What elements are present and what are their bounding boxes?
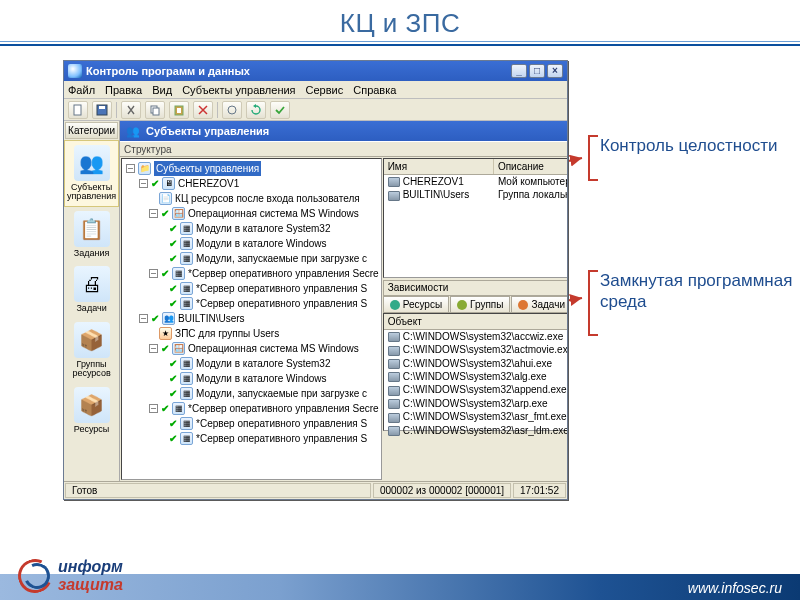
category-resource-groups[interactable]: 📦 Группы ресурсов <box>64 318 119 383</box>
server-icon: ▦ <box>172 267 185 280</box>
list-row[interactable]: CHEREZOV1Мой компьютер <box>384 175 567 188</box>
tree-item[interactable]: *Сервер оперативного управления Secre <box>188 401 379 416</box>
file-row[interactable]: C:\WINDOWS\system32\alg.exe <box>384 370 567 383</box>
expander[interactable]: – <box>139 179 148 188</box>
col-object[interactable]: Объект <box>384 314 567 329</box>
check-icon: ✔ <box>161 341 169 356</box>
menu-view[interactable]: Вид <box>152 84 172 96</box>
tool-save[interactable] <box>92 101 112 119</box>
tree-item[interactable]: *Сервер оперативного управления S <box>196 296 367 311</box>
expander[interactable]: – <box>149 404 158 413</box>
menu-file[interactable]: Файл <box>68 84 95 96</box>
tab-tasks[interactable]: Задачи <box>511 296 567 312</box>
module-icon: ▦ <box>180 237 193 250</box>
max-button[interactable]: □ <box>529 64 545 78</box>
min-button[interactable]: _ <box>511 64 527 78</box>
tool-new[interactable] <box>68 101 88 119</box>
tree-item[interactable]: ЗПС для группы Users <box>175 326 279 341</box>
status-counter: 000002 из 000002 [000001] <box>373 483 511 498</box>
exe-icon <box>388 332 400 342</box>
tree-item[interactable]: Модули, запускаемые при загрузке с <box>196 386 367 401</box>
computer-icon <box>388 177 400 187</box>
expander[interactable]: – <box>126 164 135 173</box>
menu-subjects[interactable]: Субъекты управления <box>182 84 295 96</box>
file-row[interactable]: C:\WINDOWS\system32\arp.exe <box>384 397 567 410</box>
tree-item[interactable]: CHEREZOV1 <box>178 176 239 191</box>
check-icon: ✔ <box>169 356 177 371</box>
tree-item[interactable]: *Сервер оперативного управления S <box>196 281 367 296</box>
tree-root[interactable]: Субъекты управления <box>154 161 261 176</box>
tool-cut[interactable] <box>121 101 141 119</box>
file-row[interactable]: C:\WINDOWS\system32\accwiz.exe <box>384 330 567 343</box>
category-jobs[interactable]: 🖨 Задачи <box>64 262 119 317</box>
tree-item[interactable]: *Сервер оперативного управления S <box>196 431 367 446</box>
company-logo: информзащита <box>18 558 123 594</box>
toolbar <box>64 99 567 121</box>
file-row[interactable]: C:\WINDOWS\system32\ahui.exe <box>384 357 567 370</box>
check-icon: ✔ <box>151 176 159 191</box>
tree-view[interactable]: –📁Субъекты управления –✔🖥CHEREZOV1 📄КЦ р… <box>121 158 382 480</box>
tasks-icon: 📋 <box>74 211 110 247</box>
tree-item[interactable]: Модули в каталоге System32 <box>196 221 330 236</box>
tree-item[interactable]: Модули в каталоге Windows <box>196 236 327 251</box>
menu-edit[interactable]: Правка <box>105 84 142 96</box>
resource-groups-icon: 📦 <box>74 322 110 358</box>
expander[interactable]: – <box>139 314 148 323</box>
exe-icon <box>388 426 400 436</box>
expander[interactable]: – <box>149 209 158 218</box>
module-icon: ▦ <box>180 252 193 265</box>
tab-groups[interactable]: Группы <box>450 296 510 312</box>
menu-service[interactable]: Сервис <box>306 84 344 96</box>
tree-item[interactable]: Модули в каталоге Windows <box>196 371 327 386</box>
check-icon: ✔ <box>161 206 169 221</box>
file-row[interactable]: C:\WINDOWS\system32\asr_ldm.exe <box>384 424 567 437</box>
svg-rect-6 <box>153 108 159 115</box>
category-subjects[interactable]: 👥 Субъекты управления <box>64 140 119 207</box>
server-icon: ▦ <box>180 297 193 310</box>
module-icon: ▦ <box>180 372 193 385</box>
tool-delete[interactable] <box>193 101 213 119</box>
titlebar: Контроль программ и данных _ □ × <box>64 61 567 81</box>
tool-paste[interactable] <box>169 101 189 119</box>
check-icon: ✔ <box>169 236 177 251</box>
col-name[interactable]: Имя <box>384 159 494 174</box>
file-row[interactable]: C:\WINDOWS\system32\append.exe <box>384 383 567 396</box>
tool-check[interactable] <box>270 101 290 119</box>
tree-item[interactable]: BUILTIN\Users <box>178 311 245 326</box>
top-list[interactable]: Имя Описание CHEREZOV1Мой компьютер BUIL… <box>383 158 567 278</box>
tree-item[interactable]: Операционная система MS Windows <box>188 341 359 356</box>
app-icon <box>68 64 82 78</box>
svg-point-9 <box>228 106 236 114</box>
category-tasks[interactable]: 📋 Задания <box>64 207 119 262</box>
tab-resources[interactable]: Ресурсы <box>383 296 449 312</box>
file-row[interactable]: C:\WINDOWS\system32\asr_fmt.exe <box>384 410 567 423</box>
file-list[interactable]: Объект C:\WINDOWS\system32\accwiz.exe C:… <box>383 313 567 431</box>
pane-icon: 👥 <box>126 125 140 138</box>
exe-icon <box>388 346 400 356</box>
tree-item[interactable]: Операционная система MS Windows <box>188 206 359 221</box>
tree-item[interactable]: *Сервер оперативного управления S <box>196 416 367 431</box>
tool-props[interactable] <box>222 101 242 119</box>
col-desc[interactable]: Описание <box>494 159 567 174</box>
close-button[interactable]: × <box>547 64 563 78</box>
list-row[interactable]: BUILTIN\UsersГруппа локальны <box>384 188 567 201</box>
callout-closed-env: Замкнутая программная среда <box>600 271 792 311</box>
tree-item[interactable]: КЦ ресурсов после входа пользователя <box>175 191 360 206</box>
tree-item[interactable]: Модули в каталоге System32 <box>196 356 330 371</box>
file-row[interactable]: C:\WINDOWS\system32\actmovie.exe <box>384 343 567 356</box>
status-bar: Готов 000002 из 000002 [000001] 17:01:52 <box>64 481 567 499</box>
categories-header: Категории <box>65 122 118 139</box>
category-resources[interactable]: 📦 Ресурсы <box>64 383 119 438</box>
structure-label: Структура <box>124 144 171 155</box>
tool-refresh[interactable] <box>246 101 266 119</box>
tree-item[interactable]: Модули, запускаемые при загрузке с <box>196 251 367 266</box>
tree-item[interactable]: *Сервер оперативного управления Secre <box>188 266 379 281</box>
check-icon: ✔ <box>169 431 177 446</box>
check-icon: ✔ <box>169 416 177 431</box>
check-icon: ✔ <box>161 266 169 281</box>
tool-copy[interactable] <box>145 101 165 119</box>
menu-help[interactable]: Справка <box>353 84 396 96</box>
expander[interactable]: – <box>149 344 158 353</box>
category-label: Субъекты управления <box>67 183 116 202</box>
expander[interactable]: – <box>149 269 158 278</box>
